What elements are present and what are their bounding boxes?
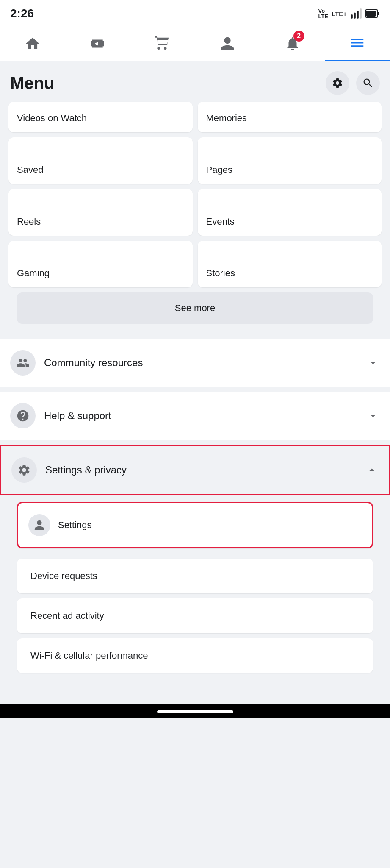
nav-home[interactable]	[0, 25, 65, 61]
menu-grid: Saved Pages Reels Events Gaming Stories	[0, 137, 390, 292]
help-support-item[interactable]: Help & support	[0, 392, 390, 440]
grid-item-label: Memories	[206, 113, 247, 124]
menu-icon	[348, 33, 367, 52]
grid-item-gaming[interactable]: Gaming	[8, 241, 193, 287]
search-icon	[362, 77, 374, 89]
grid-item-label: Events	[206, 216, 373, 227]
home-indicator	[0, 704, 390, 718]
nav-notifications[interactable]: 2	[260, 25, 325, 61]
grid-item-stories[interactable]: Stories	[198, 241, 382, 287]
community-resources-label: Community resources	[44, 357, 366, 369]
settings-button[interactable]	[326, 71, 349, 95]
nav-marketplace[interactable]	[130, 25, 195, 61]
device-requests-label: Device requests	[30, 570, 97, 581]
grid-item-pages[interactable]: Pages	[198, 137, 382, 184]
section-divider-3	[0, 440, 390, 445]
chevron-down-icon	[366, 356, 380, 370]
help-support-label: Help & support	[44, 410, 366, 422]
settings-privacy-item[interactable]: Settings & privacy	[1, 446, 389, 494]
help-support-icon	[10, 403, 36, 428]
grid-item-label: Stories	[206, 268, 373, 279]
grid-item-videos-watch[interactable]: Videos on Watch	[8, 102, 193, 132]
svg-rect-6	[366, 11, 376, 17]
settings-sub-icon	[28, 514, 50, 536]
grid-item-memories[interactable]: Memories	[198, 102, 382, 132]
device-requests-item[interactable]: Device requests	[17, 559, 373, 593]
lte-plus-indicator: LTE+	[332, 10, 347, 17]
grid-item-label: Pages	[206, 164, 373, 175]
chevron-up-icon	[365, 463, 379, 477]
grid-item-events[interactable]: Events	[198, 189, 382, 236]
recent-ad-activity-label: Recent ad activity	[30, 610, 104, 621]
chevron-down-icon-2	[366, 409, 380, 423]
grid-item-label: Videos on Watch	[17, 113, 87, 124]
notification-badge: 2	[293, 31, 304, 42]
content-area: Menu Videos on Watch Memories Saved	[0, 63, 390, 695]
svg-rect-0	[351, 14, 353, 18]
person-settings-icon	[33, 519, 45, 531]
search-button[interactable]	[356, 71, 380, 95]
settings-sub-item[interactable]: Settings	[17, 502, 373, 548]
grid-item-reels[interactable]: Reels	[8, 189, 193, 236]
community-icon	[16, 356, 30, 370]
navigation-bar: 2	[0, 25, 390, 63]
community-resources-item[interactable]: Community resources	[0, 339, 390, 387]
menu-actions	[326, 71, 380, 95]
community-resources-icon	[10, 350, 36, 376]
gear-settings-icon	[17, 463, 31, 477]
nav-menu[interactable]	[325, 25, 390, 61]
grid-item-saved[interactable]: Saved	[8, 137, 193, 184]
profile-icon	[218, 34, 237, 53]
svg-rect-1	[354, 13, 356, 19]
grid-item-label: Reels	[17, 216, 184, 227]
help-icon	[16, 409, 30, 423]
settings-label: Settings	[58, 520, 92, 531]
settings-privacy-label: Settings & privacy	[45, 464, 365, 476]
page-title: Menu	[10, 74, 54, 93]
grid-item-label: Gaming	[17, 268, 184, 279]
recent-ad-activity-item[interactable]: Recent ad activity	[17, 598, 373, 633]
battery-icon	[365, 9, 380, 18]
settings-privacy-section: Settings & privacy	[0, 445, 390, 495]
svg-rect-3	[360, 8, 362, 18]
nav-profile[interactable]	[195, 25, 260, 61]
menu-header: Menu	[0, 63, 390, 102]
home-bar	[157, 710, 233, 713]
section-divider-1	[0, 334, 390, 339]
wifi-cellular-label: Wi-Fi & cellular performance	[30, 650, 148, 661]
wifi-cellular-item[interactable]: Wi-Fi & cellular performance	[17, 638, 373, 673]
home-icon	[23, 34, 42, 53]
status-time: 2:26	[10, 7, 34, 20]
status-icons: Vo LTE LTE+	[318, 8, 380, 19]
nav-watch[interactable]	[65, 25, 130, 61]
svg-rect-5	[378, 12, 379, 15]
svg-rect-2	[357, 11, 359, 19]
section-divider-2	[0, 387, 390, 392]
partial-items-row: Videos on Watch Memories	[0, 102, 390, 132]
gear-icon	[332, 77, 343, 89]
settings-privacy-icon	[11, 457, 37, 483]
status-bar: 2:26 Vo LTE LTE+	[0, 0, 390, 25]
see-more-button[interactable]: See more	[17, 292, 373, 324]
marketplace-icon	[153, 34, 172, 53]
grid-item-label: Saved	[17, 164, 184, 175]
volte-indicator: Vo LTE	[318, 8, 328, 19]
watch-icon	[88, 34, 107, 53]
signal-icon	[350, 8, 362, 19]
